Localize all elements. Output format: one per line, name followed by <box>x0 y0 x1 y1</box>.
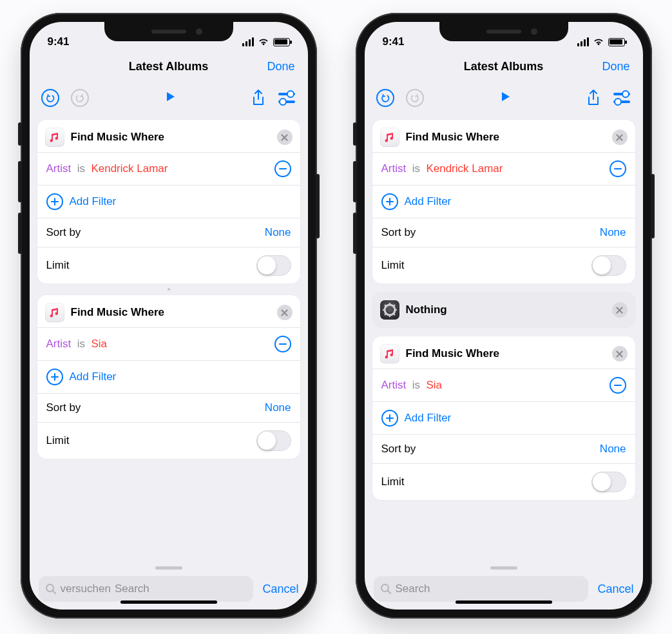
volume-up-button <box>353 161 357 202</box>
phone-left: 9:41 Latest Albums Done <box>21 13 317 619</box>
svg-line-21 <box>388 591 390 593</box>
remove-filter-button[interactable] <box>274 160 291 177</box>
action-title: Find Music Where <box>71 306 271 319</box>
settings-button[interactable] <box>612 90 631 106</box>
status-time: 9:41 <box>48 35 70 48</box>
action-title: Find Music Where <box>406 131 606 144</box>
action-find-music-2[interactable]: Find Music Where Artist is Sia Add Fi <box>37 295 300 459</box>
limit-toggle[interactable] <box>256 255 291 276</box>
search-icon <box>45 583 57 595</box>
delete-action-button[interactable] <box>612 302 628 318</box>
delete-action-button[interactable] <box>612 346 628 361</box>
add-filter-row[interactable]: Add Filter <box>37 186 300 218</box>
run-button[interactable] <box>499 90 512 106</box>
action-title: Nothing <box>406 303 606 316</box>
filter-value: Kendrick Lamar <box>91 162 168 175</box>
add-filter-label: Add Filter <box>70 195 117 208</box>
share-button[interactable] <box>251 89 265 107</box>
wifi-icon <box>593 37 604 46</box>
delete-action-button[interactable] <box>277 130 293 145</box>
cancel-button[interactable]: Cancel <box>597 582 633 596</box>
search-input[interactable]: versuchen Search <box>39 576 254 602</box>
screen: 9:41 Latest Albums Done <box>30 22 308 610</box>
status-time: 9:41 <box>383 35 405 48</box>
nav-bar: Latest Albums Done <box>30 52 308 82</box>
plus-icon <box>46 193 63 210</box>
toolbar <box>365 82 643 113</box>
done-button[interactable]: Done <box>267 60 294 73</box>
page-title: Latest Albums <box>464 60 543 73</box>
cellular-signal-icon <box>577 37 589 46</box>
limit-row: Limit <box>37 247 300 283</box>
undo-button[interactable] <box>376 89 394 107</box>
plus-icon <box>381 410 398 427</box>
svg-point-9 <box>615 99 621 105</box>
svg-point-3 <box>280 99 286 105</box>
home-indicator[interactable] <box>456 600 552 604</box>
sort-by-row[interactable]: Sort by None <box>372 435 635 464</box>
battery-icon <box>273 38 290 46</box>
cellular-signal-icon <box>242 37 254 46</box>
add-filter-row[interactable]: Add Filter <box>37 361 300 394</box>
svg-point-7 <box>622 91 629 97</box>
sort-by-row[interactable]: Sort by None <box>37 394 300 423</box>
toolbar <box>30 82 308 113</box>
filter-row[interactable]: Artist is Kendrick Lamar <box>37 153 300 186</box>
volume-down-button <box>353 213 357 254</box>
actions-list: Find Music Where Artist is Kendrick Lama… <box>30 113 308 559</box>
delete-action-button[interactable] <box>277 305 293 320</box>
remove-filter-button[interactable] <box>274 336 291 352</box>
add-filter-row[interactable]: Add Filter <box>372 402 635 435</box>
action-find-music-1[interactable]: Find Music Where Artist is Kendrick Lama… <box>37 120 300 283</box>
limit-label: Limit <box>46 259 250 272</box>
notch <box>104 22 233 41</box>
drag-indicator[interactable] <box>490 566 517 570</box>
remove-filter-button[interactable] <box>610 377 626 394</box>
limit-toggle[interactable] <box>591 255 626 276</box>
action-title: Find Music Where <box>71 131 271 144</box>
plus-icon <box>46 369 63 385</box>
settings-button[interactable] <box>277 90 296 106</box>
mute-switch <box>353 122 357 146</box>
redo-button[interactable] <box>406 89 424 107</box>
limit-toggle[interactable] <box>591 472 626 492</box>
remove-filter-button[interactable] <box>610 160 626 177</box>
filter-row[interactable]: Artist is Sia <box>372 369 635 402</box>
undo-button[interactable] <box>41 89 59 107</box>
action-find-music-2[interactable]: Find Music Where Artist is Sia Add Fi <box>372 336 635 500</box>
run-button[interactable] <box>164 90 177 106</box>
wifi-icon <box>258 37 269 46</box>
sort-by-row[interactable]: Sort by None <box>37 218 300 247</box>
music-app-icon <box>45 128 64 147</box>
delete-action-button[interactable] <box>612 130 628 145</box>
limit-toggle[interactable] <box>256 430 291 451</box>
add-filter-row[interactable]: Add Filter <box>372 186 635 218</box>
sort-by-label: Sort by <box>46 226 258 239</box>
action-title: Find Music Where <box>406 347 606 360</box>
search-placeholder: Search <box>115 582 149 595</box>
limit-row: Limit <box>37 423 300 459</box>
svg-point-1 <box>287 91 294 97</box>
action-find-music-1[interactable]: Find Music Where Artist is Kendrick Lama… <box>372 120 635 283</box>
battery-icon <box>608 38 625 46</box>
screen: 9:41 Latest Albums Done <box>365 22 643 610</box>
filter-row[interactable]: Artist is Sia <box>37 328 300 361</box>
filter-key: Artist <box>46 162 72 175</box>
action-nothing[interactable]: Nothing <box>372 293 635 327</box>
music-app-icon <box>380 128 399 147</box>
drag-indicator[interactable] <box>155 566 182 570</box>
filter-row[interactable]: Artist is Kendrick Lamar <box>372 153 635 186</box>
sort-by-row[interactable]: Sort by None <box>372 218 635 247</box>
redo-button[interactable] <box>71 89 89 107</box>
done-button[interactable]: Done <box>602 60 629 73</box>
connector <box>168 288 170 291</box>
cancel-button[interactable]: Cancel <box>262 582 298 596</box>
svg-point-11 <box>387 308 391 312</box>
volume-down-button <box>18 213 22 254</box>
search-input[interactable]: Search <box>374 576 589 602</box>
home-indicator[interactable] <box>120 600 217 604</box>
side-button <box>316 174 320 238</box>
mute-switch <box>18 122 22 146</box>
share-button[interactable] <box>586 89 600 107</box>
gear-icon <box>380 300 399 320</box>
